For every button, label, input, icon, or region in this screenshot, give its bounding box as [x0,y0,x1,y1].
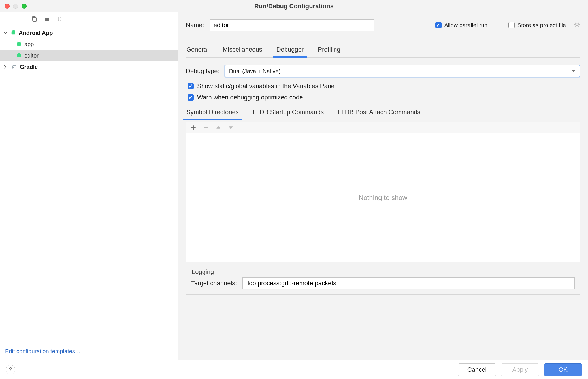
android-icon [10,30,16,36]
tree-node-app[interactable]: app [0,39,178,50]
config-tabs: General Miscellaneous Debugger Profiling [186,44,580,58]
tree-node-label: Android App [19,30,53,36]
main-panel: Name: Allow parallel run Store as projec… [178,12,588,360]
warn-optimized-checkbox[interactable]: Warn when debugging optimized code [188,94,580,101]
gradle-icon [10,63,18,71]
dialog-buttons: ? Cancel Apply OK [0,360,588,379]
allow-parallel-run-checkbox[interactable]: Allow parallel run [435,22,487,29]
tree-node-editor[interactable]: editor [0,50,178,61]
target-channels-input[interactable] [242,277,575,289]
android-icon [16,41,22,48]
checkbox-checked-icon [188,94,194,101]
debugger-subtabs: Symbol Directories LLDB Startup Commands… [186,106,580,120]
window-controls [5,4,27,9]
tab-debugger[interactable]: Debugger [276,44,304,57]
subtab-lldb-post-attach-commands[interactable]: LLDB Post Attach Commands [337,106,421,120]
edit-templates-link[interactable]: Edit configuration templates… [5,348,81,354]
debug-type-label: Debug type: [186,67,220,75]
tab-general[interactable]: General [186,44,209,57]
checkbox-label: Show static/global variables in the Vari… [197,82,335,90]
tree-node-label: Gradle [20,64,38,70]
configurations-tree: Android App app editor Gradle [0,25,178,344]
ok-button[interactable]: OK [544,363,582,376]
tree-node-label: app [24,41,34,48]
debug-type-row: Debug type: Dual (Java + Native) [186,65,580,77]
remove-dir-button [203,124,209,131]
save-to-folder-button[interactable] [44,16,50,22]
symbol-directories-panel: Nothing to show [186,122,580,262]
titlebar: Run/Debug Configurations [0,0,588,12]
add-dir-button[interactable] [190,124,197,131]
logging-fieldset: Logging Target channels: [186,272,580,295]
close-window-button[interactable] [5,4,10,9]
symbol-directories-toolbar [186,122,580,133]
move-down-button [227,124,234,131]
tree-node-gradle[interactable]: Gradle [0,61,178,73]
chevron-down-icon [3,30,8,35]
checkbox-checked-icon [435,22,442,28]
name-input[interactable] [210,19,374,31]
logging-legend: Logging [190,268,216,276]
apply-button: Apply [501,363,539,376]
chevron-right-icon [3,64,8,69]
target-channels-label: Target channels: [191,280,237,287]
add-configuration-button[interactable] [5,16,11,22]
checkbox-label: Allow parallel run [444,22,487,29]
sort-button [57,16,63,22]
name-label: Name: [186,22,204,29]
help-button[interactable]: ? [6,365,15,374]
checkbox-label: Warn when debugging optimized code [197,94,303,101]
move-up-button [215,124,222,131]
tree-node-label: editor [24,52,39,59]
tree-node-android-app[interactable]: Android App [0,27,178,39]
store-as-project-file-checkbox[interactable]: Store as project file [508,22,566,29]
debug-type-select[interactable]: Dual (Java + Native) [225,65,580,77]
show-static-checkbox[interactable]: Show static/global variables in the Vari… [188,82,580,90]
checkbox-label: Store as project file [517,22,566,29]
sidebar-toolbar [0,12,178,25]
android-icon [16,52,22,59]
select-value: Dual (Java + Native) [229,68,281,74]
copy-configuration-button[interactable] [31,16,37,22]
subtab-symbol-directories[interactable]: Symbol Directories [186,106,239,120]
tab-miscellaneous[interactable]: Miscellaneous [222,44,263,57]
window-title: Run/Debug Configurations [0,3,588,10]
cancel-button[interactable]: Cancel [458,363,496,376]
name-row: Name: Allow parallel run Store as projec… [186,19,580,31]
minimize-window-button[interactable] [13,4,18,9]
sidebar-footer: Edit configuration templates… [0,344,178,360]
chevron-down-icon [572,68,576,74]
tab-profiling[interactable]: Profiling [317,44,341,57]
gear-icon[interactable] [574,22,580,29]
subtab-lldb-startup-commands[interactable]: LLDB Startup Commands [252,106,325,120]
maximize-window-button[interactable] [22,4,27,9]
sidebar: Android App app editor Gradle Edit confi… [0,12,178,360]
symbol-directories-empty: Nothing to show [186,133,580,262]
checkbox-checked-icon [188,83,194,89]
checkbox-icon [508,22,515,28]
remove-configuration-button[interactable] [18,16,24,22]
